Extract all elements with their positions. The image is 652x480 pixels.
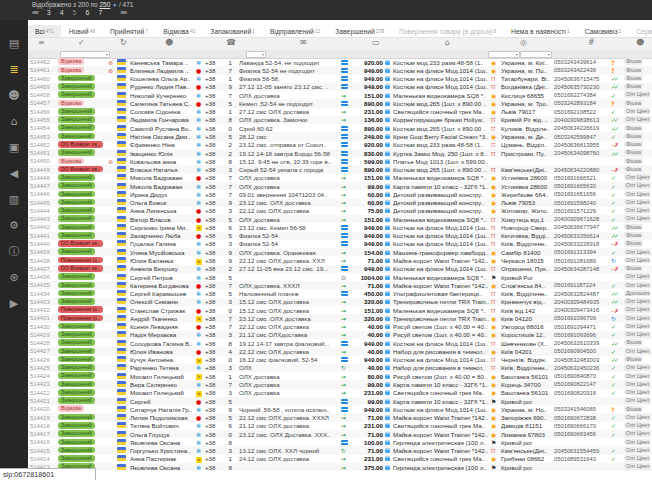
id-column-icon[interactable]: ≡	[38, 38, 45, 47]
info-icon[interactable]: ⓘ	[0, 238, 28, 264]
flag-cell	[117, 406, 130, 413]
phone-column-icon[interactable]: ☎	[226, 38, 236, 47]
table-row[interactable]: 514457ВідмоваСапегина Татьяна С..●+385Ке…	[28, 99, 652, 107]
tab-Відмова[interactable]: Відмова42	[156, 25, 202, 38]
table-row[interactable]: 514421ЗавершенийСергей●+38599.00Карта па…	[28, 397, 652, 405]
table-row[interactable]: 514455ЗавершенийЛюдмила Гончарова✻+388ОЛ…	[28, 116, 652, 124]
payment-column-icon[interactable]: ▭	[372, 38, 380, 47]
table-row[interactable]: 514429ЗавершенийНадія Мерзаєва✻+38321.12…	[28, 331, 652, 339]
table-row[interactable]: 514452DO Возврат ок..Єфименко Ніна✻+3822…	[28, 141, 652, 149]
table-row[interactable]: 514418ЗавершенийТетяна Войтович✻+38621.1…	[28, 422, 652, 430]
table-row[interactable]: 514428ЗавершенийСолодкова Галина В..✻+38…	[28, 339, 652, 347]
settings-icon[interactable]: ⚙	[0, 212, 28, 238]
table-row[interactable]: 514423ЗавершенийВера Скляренко✻+387ОЛХ д…	[28, 380, 652, 388]
client-name-column-icon[interactable]: ☻	[165, 38, 173, 47]
table-row[interactable]: 514435ЗавершенийКатерина Богданова●+387О…	[28, 281, 652, 289]
tab-Сервіси[interactable]: Сервіси0	[629, 25, 652, 38]
tab-Самовивіз[interactable]: Самовивіз2	[578, 25, 629, 38]
tab-Всі[interactable]: Всі471	[28, 25, 61, 38]
table-row[interactable]: 514444ЗавершенийАнна Липенська●+38322.12…	[28, 207, 652, 215]
table-row[interactable]: 514427ЗавершенийЮлия Иванова●+38422.12 с…	[28, 347, 652, 355]
table-row[interactable]: 514416ЗавершенийЯковлева Оксана✻+388100.…	[28, 438, 652, 446]
tracking-column-icon[interactable]: #	[588, 38, 595, 47]
page-number-button[interactable]: 6	[86, 9, 90, 16]
table-row[interactable]: 514461Відмова⊘Близнюк Людмила ..●+387Фиа…	[28, 66, 652, 74]
tab-Новий[interactable]: Новий48	[62, 25, 102, 38]
table-row[interactable]: 514434ЗавершенийСергей Карамышев✻+385Нал…	[28, 289, 652, 297]
first-page-button[interactable]: ««	[32, 9, 38, 16]
filter-select[interactable]: ▾	[488, 51, 520, 58]
table-row[interactable]: 514446ЗавершенийИрина Дидух✻+38709.01 зв…	[28, 190, 652, 198]
page-number-button[interactable]: 3	[47, 9, 51, 16]
filter-select[interactable]: ▾	[246, 51, 266, 58]
product-icon	[385, 275, 390, 280]
purchases-icon[interactable]: ▣	[0, 134, 28, 160]
orders-icon[interactable]: ≣	[0, 56, 28, 82]
table-row[interactable]: 514425ЗавершенийРадченко Тетяна✻+383ОЛХ↻…	[28, 364, 652, 372]
table-row[interactable]: 514415ЗавершенийГоргулько Христина..✻+38…	[28, 446, 652, 454]
last-page-button[interactable]: »»	[120, 9, 126, 16]
table-row[interactable]: 514417ЗавершенийОльга Глущук✻+38023.12 с…	[28, 430, 652, 438]
table-row[interactable]: 514438Повернення (з..Юлия Баланюкlc+3892…	[28, 256, 652, 264]
marketing-icon[interactable]: ◀	[0, 160, 28, 186]
reports-icon[interactable]: ▥	[0, 186, 28, 212]
table-row[interactable]: 514420ВідмоваСитарчук Наталія Гр..✻+389Ч…	[28, 405, 652, 413]
table-row[interactable]: 514419ЗавершенийЛилия Подолинская●+38522…	[28, 413, 652, 421]
comment-column-icon[interactable]: ✉	[300, 38, 307, 47]
tab-Повернення товару (в дорозі)[interactable]: Повернення товару (в дорозі)0	[392, 25, 503, 38]
table-row[interactable]: 514414ЗавершенийАнна Пастернакlc+38124.1…	[28, 455, 652, 463]
table-row[interactable]: 514448ЗавершенийМикола Бадражан●+387ОЛХ …	[28, 174, 652, 182]
lifecell-icon: lc	[196, 457, 202, 463]
table-row[interactable]: 514430ЗавершенийКсенія Левадняя●+38722.1…	[28, 323, 652, 331]
dashboard-icon[interactable]: ▤	[0, 30, 28, 56]
table-row[interactable]: 514439ЗавершенийУляна Мусійовська✻+389ОЛ…	[28, 248, 652, 256]
table-row[interactable]: 514426ЗавершенийКучук Антонінаlc+38016.1…	[28, 356, 652, 364]
delivery-column-icon[interactable]: ◎	[520, 38, 527, 47]
table-row[interactable]: 514432Повернення (з..Станіслав Стрижак●+…	[28, 306, 652, 314]
filter-select[interactable]: ▾	[520, 51, 552, 58]
table-row[interactable]: 514433ЗавершенийОлексій Семанін✻+38315.1…	[28, 298, 652, 306]
tab-Завершений[interactable]: Завершений278	[328, 25, 391, 38]
tab-Прийнятий[interactable]: Прийнятий7	[103, 25, 155, 38]
table-row[interactable]: 514443ЗавершенийВіктор Власов●+385ОЛХ до…	[28, 215, 652, 223]
filter-select[interactable]: ▾	[60, 51, 110, 58]
page-number-button[interactable]: 5	[73, 9, 77, 16]
product-column-icon[interactable]: ⌂	[445, 38, 450, 47]
table-row[interactable]: 514441ЗавершенийЗахарченко Люба●+385Фиал…	[28, 232, 652, 240]
page-number-button[interactable]: 7	[98, 9, 102, 16]
table-row[interactable]: 514451ЗавершенийІващенко Юлія✻+38219.12 …	[28, 149, 652, 157]
table-row[interactable]: 514453ЗавершенийНікітіна Оксана Дми..✻+3…	[28, 132, 652, 140]
tab-Нема в наявності[interactable]: Нема в наявності1	[504, 25, 577, 38]
warehouse-icon[interactable]: ⌂	[0, 108, 28, 134]
clients-icon[interactable]: ☻	[0, 82, 28, 108]
status-column-icon[interactable]: ✓	[78, 38, 85, 47]
table-row[interactable]: 514440DO Возврат ок..Гуцалюк Галина✻+383…	[28, 240, 652, 248]
tab-Відправлений[interactable]: Відправлений12	[263, 25, 327, 38]
table-row[interactable]: 514424ЗавершенийМихаил Гилецькийlc+381ОЛ…	[28, 372, 652, 380]
table-row[interactable]: 514460ЗавершенийКошелева Ольга Ар..✻+381…	[28, 75, 652, 83]
page-size-dropdown[interactable]: 250 ▼	[100, 1, 118, 8]
table-row[interactable]: 514449DO Возврат ок..Власюк Наталья✻+383…	[28, 165, 652, 173]
table-row[interactable]: 514450Відмова⊘Ковальова анна✻+38815.12. …	[28, 157, 652, 165]
table-row[interactable]: 514454ЗавершенийСамотій Руслана Во..✻+38…	[28, 124, 652, 132]
table-row[interactable]: 514458ЗавершенийНиколай Кучеренко✻+387ОЛ…	[28, 91, 652, 99]
table-row[interactable]: 514447ЗавершенийМикола Бадражан✻+387ОЛХ …	[28, 182, 652, 190]
table-row[interactable]: 514437DO Возврат ок..Анжела Безушку✻+382…	[28, 265, 652, 273]
table-row[interactable]: 514442ЗавершенийСергієнко Ірина Ми..lc+3…	[28, 223, 652, 231]
table-row[interactable]: 514431Повернення (з..Андрій Ткаченкоlc+3…	[28, 314, 652, 322]
table-row[interactable]: 514436ЗавершенийСергей Петров✻+385⊙1004.…	[28, 273, 652, 281]
manager-comment: 22.12 смс ОЛХ доставка	[239, 323, 341, 330]
integrations-icon[interactable]: ⊛	[0, 264, 28, 290]
table-row[interactable]: 514459ЗавершенийРуденко Лидия Пав..●+389…	[28, 83, 652, 91]
table-row[interactable]: 514462Відмова⊘Каневська Тамара ..✻+381Ла…	[28, 58, 652, 66]
table-row[interactable]: 514445ЗавершенийОльга Божок✻+38923.12 см…	[28, 199, 652, 207]
operator-column-icon[interactable]: ↻	[120, 38, 127, 47]
table-row[interactable]: 514422ЗавершенийМихаил Гилецькийlc+383ОЛ…	[28, 389, 652, 397]
table-row[interactable]: 514456ЗавершенийСоломія Сідоніна✻+38127.…	[28, 108, 652, 116]
tab-Запакований[interactable]: Запакований1	[203, 25, 262, 38]
table-row[interactable]: 514413ЗавершенийЯковлева Оксана✻+388→375…	[28, 463, 652, 471]
status-badge: Завершений	[58, 447, 95, 454]
page-number-button[interactable]: 4	[60, 9, 64, 16]
video-icon[interactable]: ▶	[0, 290, 28, 316]
manager-column-icon[interactable]: ☻	[636, 38, 644, 47]
